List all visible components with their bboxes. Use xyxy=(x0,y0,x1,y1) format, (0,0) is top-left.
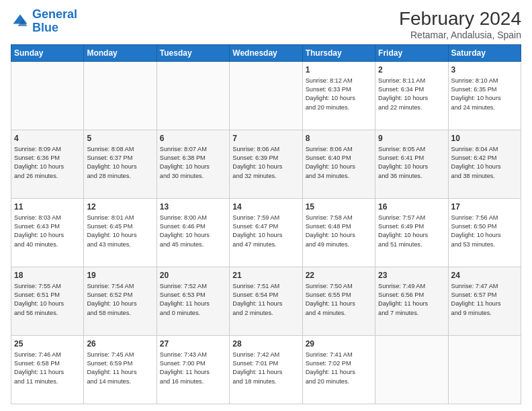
day-cell: 20Sunrise: 7:52 AM Sunset: 6:53 PM Dayli… xyxy=(157,267,229,336)
day-number: 13 xyxy=(160,201,226,213)
day-number: 8 xyxy=(306,133,372,144)
day-cell: 26Sunrise: 7:45 AM Sunset: 6:59 PM Dayli… xyxy=(84,336,157,404)
day-cell: 27Sunrise: 7:43 AM Sunset: 7:00 PM Dayli… xyxy=(157,336,229,404)
day-number: 28 xyxy=(232,338,299,350)
day-cell: 24Sunrise: 7:47 AM Sunset: 6:57 PM Dayli… xyxy=(448,267,521,336)
svg-marker-0 xyxy=(13,14,28,24)
day-info: Sunrise: 7:47 AM Sunset: 6:57 PM Dayligh… xyxy=(451,282,518,318)
day-info: Sunrise: 7:46 AM Sunset: 6:58 PM Dayligh… xyxy=(14,351,81,386)
main-title: February 2024 xyxy=(399,8,521,30)
day-cell: 13Sunrise: 8:00 AM Sunset: 6:46 PM Dayli… xyxy=(157,199,229,267)
logo-line1: General xyxy=(32,7,77,21)
day-number: 1 xyxy=(306,64,372,76)
day-number: 20 xyxy=(160,270,226,281)
day-cell: 6Sunrise: 8:07 AM Sunset: 6:38 PM Daylig… xyxy=(157,130,229,199)
day-cell: 19Sunrise: 7:54 AM Sunset: 6:52 PM Dayli… xyxy=(84,267,157,336)
weekday-header-thursday: Thursday xyxy=(302,45,375,62)
day-number: 18 xyxy=(14,270,81,281)
day-cell: 12Sunrise: 8:01 AM Sunset: 6:45 PM Dayli… xyxy=(84,199,157,267)
day-number: 22 xyxy=(306,270,372,281)
day-cell: 14Sunrise: 7:59 AM Sunset: 6:47 PM Dayli… xyxy=(230,199,302,267)
day-info: Sunrise: 8:11 AM Sunset: 6:34 PM Dayligh… xyxy=(378,77,445,112)
day-cell: 11Sunrise: 8:03 AM Sunset: 6:43 PM Dayli… xyxy=(11,199,84,267)
day-cell xyxy=(375,336,448,404)
day-info: Sunrise: 8:03 AM Sunset: 6:43 PM Dayligh… xyxy=(14,214,81,249)
day-number: 19 xyxy=(87,270,153,281)
day-cell: 29Sunrise: 7:41 AM Sunset: 7:02 PM Dayli… xyxy=(302,336,375,404)
logo: General Blue xyxy=(11,8,77,35)
day-cell: 28Sunrise: 7:42 AM Sunset: 7:01 PM Dayli… xyxy=(230,336,302,404)
day-info: Sunrise: 7:52 AM Sunset: 6:53 PM Dayligh… xyxy=(160,282,226,318)
weekday-header-sunday: Sunday xyxy=(11,45,84,62)
day-info: Sunrise: 7:55 AM Sunset: 6:51 PM Dayligh… xyxy=(14,282,81,318)
day-info: Sunrise: 7:41 AM Sunset: 7:02 PM Dayligh… xyxy=(306,351,372,386)
day-cell: 10Sunrise: 8:04 AM Sunset: 6:42 PM Dayli… xyxy=(448,130,521,199)
day-cell: 16Sunrise: 7:57 AM Sunset: 6:49 PM Dayli… xyxy=(375,199,448,267)
day-cell: 21Sunrise: 7:51 AM Sunset: 6:54 PM Dayli… xyxy=(230,267,302,336)
day-number: 16 xyxy=(378,201,445,213)
day-number: 4 xyxy=(14,133,81,144)
day-info: Sunrise: 8:05 AM Sunset: 6:41 PM Dayligh… xyxy=(378,145,445,181)
week-row-2: 11Sunrise: 8:03 AM Sunset: 6:43 PM Dayli… xyxy=(11,199,521,267)
day-number: 2 xyxy=(378,64,445,76)
week-row-0: 1Sunrise: 8:12 AM Sunset: 6:33 PM Daylig… xyxy=(11,62,521,130)
day-info: Sunrise: 7:59 AM Sunset: 6:47 PM Dayligh… xyxy=(232,214,299,249)
day-info: Sunrise: 7:51 AM Sunset: 6:54 PM Dayligh… xyxy=(232,282,299,318)
day-cell: 1Sunrise: 8:12 AM Sunset: 6:33 PM Daylig… xyxy=(302,62,375,130)
day-info: Sunrise: 8:08 AM Sunset: 6:37 PM Dayligh… xyxy=(87,145,153,181)
day-cell xyxy=(230,62,302,130)
day-number: 9 xyxy=(378,133,445,144)
day-info: Sunrise: 8:06 AM Sunset: 6:39 PM Dayligh… xyxy=(232,145,299,181)
day-info: Sunrise: 8:01 AM Sunset: 6:45 PM Dayligh… xyxy=(87,214,153,249)
weekday-header-tuesday: Tuesday xyxy=(157,45,229,62)
weekday-header-monday: Monday xyxy=(84,45,157,62)
day-number: 3 xyxy=(451,64,518,76)
day-number: 26 xyxy=(87,338,153,350)
calendar-table: SundayMondayTuesdayWednesdayThursdayFrid… xyxy=(11,44,521,404)
day-cell: 23Sunrise: 7:49 AM Sunset: 6:56 PM Dayli… xyxy=(375,267,448,336)
day-number: 21 xyxy=(232,270,299,281)
day-cell xyxy=(11,62,84,130)
day-number: 17 xyxy=(451,201,518,213)
day-info: Sunrise: 7:54 AM Sunset: 6:52 PM Dayligh… xyxy=(87,282,153,318)
day-cell: 9Sunrise: 8:05 AM Sunset: 6:41 PM Daylig… xyxy=(375,130,448,199)
weekday-header-wednesday: Wednesday xyxy=(230,45,302,62)
logo-icon xyxy=(11,12,30,31)
day-number: 25 xyxy=(14,338,81,350)
day-cell: 25Sunrise: 7:46 AM Sunset: 6:58 PM Dayli… xyxy=(11,336,84,404)
day-cell xyxy=(84,62,157,130)
day-info: Sunrise: 8:10 AM Sunset: 6:35 PM Dayligh… xyxy=(451,77,518,112)
day-number: 10 xyxy=(451,133,518,144)
logo-text: General Blue xyxy=(32,8,77,35)
day-info: Sunrise: 7:43 AM Sunset: 7:00 PM Dayligh… xyxy=(160,351,226,386)
subtitle: Retamar, Andalusia, Spain xyxy=(399,30,521,40)
day-cell: 7Sunrise: 8:06 AM Sunset: 6:39 PM Daylig… xyxy=(230,130,302,199)
day-number: 27 xyxy=(160,338,226,350)
week-row-3: 18Sunrise: 7:55 AM Sunset: 6:51 PM Dayli… xyxy=(11,267,521,336)
week-row-4: 25Sunrise: 7:46 AM Sunset: 6:58 PM Dayli… xyxy=(11,336,521,404)
day-number: 11 xyxy=(14,201,81,213)
day-info: Sunrise: 8:09 AM Sunset: 6:36 PM Dayligh… xyxy=(14,145,81,181)
day-number: 29 xyxy=(306,338,372,350)
day-cell xyxy=(157,62,229,130)
day-info: Sunrise: 8:07 AM Sunset: 6:38 PM Dayligh… xyxy=(160,145,226,181)
day-info: Sunrise: 7:45 AM Sunset: 6:59 PM Dayligh… xyxy=(87,351,153,386)
day-cell: 5Sunrise: 8:08 AM Sunset: 6:37 PM Daylig… xyxy=(84,130,157,199)
day-cell: 15Sunrise: 7:58 AM Sunset: 6:48 PM Dayli… xyxy=(302,199,375,267)
day-cell: 4Sunrise: 8:09 AM Sunset: 6:36 PM Daylig… xyxy=(11,130,84,199)
title-block: February 2024 Retamar, Andalusia, Spain xyxy=(399,8,521,40)
week-row-1: 4Sunrise: 8:09 AM Sunset: 6:36 PM Daylig… xyxy=(11,130,521,199)
day-cell: 3Sunrise: 8:10 AM Sunset: 6:35 PM Daylig… xyxy=(448,62,521,130)
day-number: 15 xyxy=(306,201,372,213)
day-cell: 22Sunrise: 7:50 AM Sunset: 6:55 PM Dayli… xyxy=(302,267,375,336)
logo-line2: Blue xyxy=(32,21,58,34)
weekday-header-saturday: Saturday xyxy=(448,45,521,62)
day-info: Sunrise: 8:04 AM Sunset: 6:42 PM Dayligh… xyxy=(451,145,518,181)
day-info: Sunrise: 8:12 AM Sunset: 6:33 PM Dayligh… xyxy=(306,77,372,112)
day-info: Sunrise: 7:49 AM Sunset: 6:56 PM Dayligh… xyxy=(378,282,445,318)
day-cell xyxy=(448,336,521,404)
day-number: 12 xyxy=(87,201,153,213)
day-number: 23 xyxy=(378,270,445,281)
day-cell: 2Sunrise: 8:11 AM Sunset: 6:34 PM Daylig… xyxy=(375,62,448,130)
day-cell: 8Sunrise: 8:06 AM Sunset: 6:40 PM Daylig… xyxy=(302,130,375,199)
